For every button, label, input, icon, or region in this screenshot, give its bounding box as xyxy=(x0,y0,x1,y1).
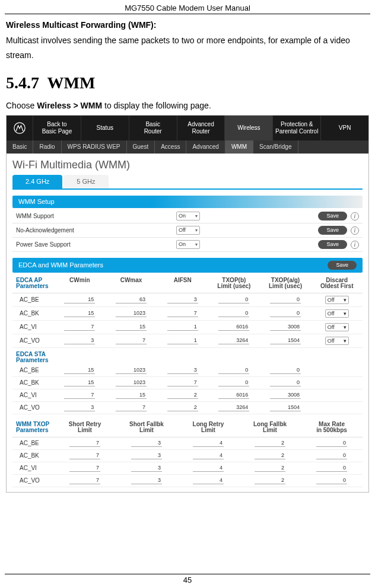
subnav-item[interactable]: WMM xyxy=(225,140,253,154)
setup-dropdown[interactable]: Off▾ xyxy=(176,226,200,235)
value-input[interactable]: 1023 xyxy=(116,310,147,317)
value-input[interactable]: 2 xyxy=(167,392,198,399)
value-input[interactable]: 4 xyxy=(193,452,224,459)
topnav-item[interactable]: VPN xyxy=(320,116,368,140)
discard-dropdown[interactable]: Off▾ xyxy=(325,309,349,318)
value-input[interactable]: 4 xyxy=(193,465,224,472)
discard-dropdown[interactable]: Off▾ xyxy=(325,296,349,304)
value-input[interactable]: 3264 xyxy=(218,404,249,411)
value-input[interactable]: 0 xyxy=(316,440,347,447)
value-input[interactable]: 15 xyxy=(64,367,95,374)
value-input[interactable]: 3264 xyxy=(218,337,249,344)
value-input[interactable]: 3 xyxy=(131,477,162,484)
save-button[interactable]: Save xyxy=(328,261,357,270)
topnav-item[interactable]: Back to Basic Page xyxy=(33,116,81,140)
value-input[interactable]: 0 xyxy=(316,465,347,472)
save-button[interactable]: Save xyxy=(318,226,347,235)
value-input[interactable]: 15 xyxy=(116,324,147,331)
value-input[interactable]: 7 xyxy=(64,392,95,399)
value-input[interactable]: 1504 xyxy=(270,404,301,411)
value-input[interactable]: 7 xyxy=(69,452,100,459)
value-input[interactable]: 2 xyxy=(167,404,198,411)
subnav-item[interactable]: WPS RADIUS WEP xyxy=(62,140,127,154)
info-icon[interactable]: i xyxy=(351,226,359,235)
value-input[interactable]: 15 xyxy=(116,392,147,399)
value-input[interactable]: 15 xyxy=(64,310,95,317)
value-input[interactable]: 3 xyxy=(167,296,198,303)
value-input[interactable]: 0 xyxy=(316,477,347,484)
subnav-item[interactable]: Basic xyxy=(7,140,33,154)
topnav-item[interactable]: Wireless xyxy=(224,116,272,140)
value-input[interactable]: 0 xyxy=(218,310,249,317)
save-button[interactable]: Save xyxy=(318,240,347,249)
value-input[interactable]: 1 xyxy=(167,337,198,344)
value-input[interactable]: 1504 xyxy=(270,337,301,344)
value-input[interactable]: 7 xyxy=(167,379,198,386)
value-input[interactable]: 7 xyxy=(69,477,100,484)
topnav-item[interactable]: Status xyxy=(81,116,129,140)
discard-dropdown[interactable]: Off▾ xyxy=(325,337,349,345)
value-input[interactable]: 3 xyxy=(131,452,162,459)
value-input[interactable]: 4 xyxy=(193,440,224,447)
value-input[interactable]: 0 xyxy=(270,296,301,303)
wmm-setup-row: WMM SupportOn▾Savei xyxy=(12,209,363,223)
value-input[interactable]: 0 xyxy=(218,367,249,374)
subnav-item[interactable]: Guest xyxy=(127,140,155,154)
section-number: 5.4.7 xyxy=(6,74,39,92)
value-input[interactable]: 7 xyxy=(69,465,100,472)
value-input[interactable]: 7 xyxy=(116,404,147,411)
value-input[interactable]: 0 xyxy=(270,310,301,317)
value-input[interactable]: 15 xyxy=(64,296,95,303)
value-input[interactable]: 2 xyxy=(255,465,285,472)
param-row: AC_BK73420 xyxy=(12,450,363,462)
value-input[interactable]: 3 xyxy=(131,440,162,447)
value-input[interactable]: 4 xyxy=(193,477,224,484)
motorola-logo-icon[interactable] xyxy=(7,116,33,140)
value-input[interactable]: 2 xyxy=(255,452,285,459)
subnav-item[interactable]: Access xyxy=(155,140,186,154)
info-icon[interactable]: i xyxy=(351,212,359,220)
param-row: AC_VO73420 xyxy=(12,475,363,487)
save-button[interactable]: Save xyxy=(318,212,347,220)
value-input[interactable]: 0 xyxy=(316,452,347,459)
value-input[interactable]: 7 xyxy=(69,440,100,447)
chevron-down-icon: ▾ xyxy=(344,311,347,317)
value-input[interactable]: 1023 xyxy=(116,367,147,374)
topnav-item[interactable]: Basic Router xyxy=(129,116,177,140)
value-input[interactable]: 7 xyxy=(167,310,198,317)
value-input[interactable]: 0 xyxy=(270,367,301,374)
value-input[interactable]: 2 xyxy=(255,477,285,484)
value-input[interactable]: 3008 xyxy=(270,392,301,399)
value-input[interactable]: 3 xyxy=(64,404,95,411)
value-input[interactable]: 7 xyxy=(64,324,95,331)
value-input[interactable]: 1023 xyxy=(116,379,147,386)
setup-dropdown[interactable]: On▾ xyxy=(176,240,200,249)
topnav-item[interactable]: Advanced Router xyxy=(177,116,225,140)
param-row: AC_VI715160163008Off▾ xyxy=(12,321,363,334)
subnav-item[interactable]: Radio xyxy=(33,140,61,154)
value-input[interactable]: 1 xyxy=(167,324,198,331)
value-input[interactable]: 7 xyxy=(116,337,147,344)
value-input[interactable]: 6016 xyxy=(218,324,249,331)
value-input[interactable]: 3 xyxy=(131,465,162,472)
value-input[interactable]: 0 xyxy=(270,379,301,386)
value-input[interactable]: 0 xyxy=(218,296,249,303)
discard-dropdown[interactable]: Off▾ xyxy=(325,323,349,331)
value-input[interactable]: 6016 xyxy=(218,392,249,399)
value-input[interactable]: 0 xyxy=(218,379,249,386)
info-icon[interactable]: i xyxy=(351,241,359,249)
value-input[interactable]: 15 xyxy=(64,379,95,386)
value-input[interactable]: 2 xyxy=(255,440,285,447)
value-input[interactable]: 3 xyxy=(64,337,95,344)
column-header: Long Fallbk Limit xyxy=(239,421,301,433)
topnav-item[interactable]: Protection & Parental Control xyxy=(272,116,320,140)
value-input[interactable]: 3 xyxy=(167,367,198,374)
band-tab[interactable]: 5 GHz xyxy=(63,175,108,188)
subnav-item[interactable]: Advanced xyxy=(186,140,225,154)
column-header: Max Rate in 500kbps xyxy=(301,421,363,433)
setup-dropdown[interactable]: On▾ xyxy=(176,212,200,220)
band-tab[interactable]: 2.4 GHz xyxy=(12,175,62,188)
subnav-item[interactable]: Scan/Bridge xyxy=(253,140,298,154)
value-input[interactable]: 63 xyxy=(116,296,147,303)
value-input[interactable]: 3008 xyxy=(270,324,301,331)
